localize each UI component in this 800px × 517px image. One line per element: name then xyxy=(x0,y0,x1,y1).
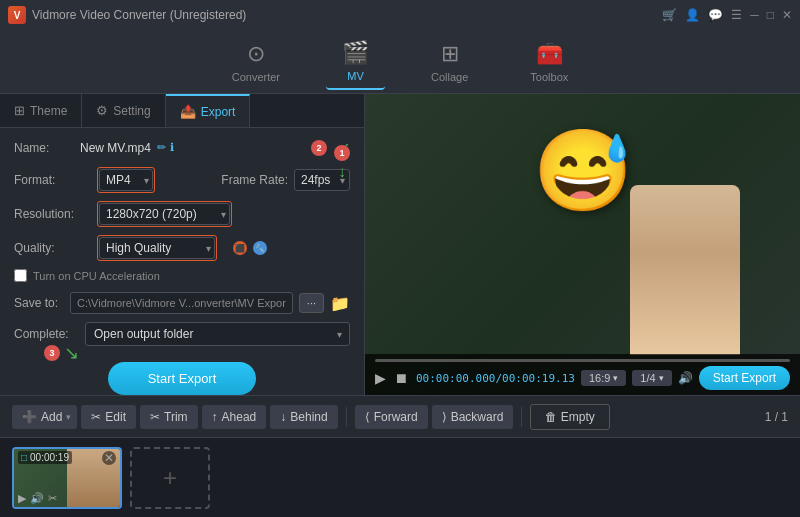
converter-icon: ⊙ xyxy=(247,41,265,67)
format-row: Format: MP4 MOV AVI Frame Rate: 24fps xyxy=(14,167,350,193)
nav-toolbox[interactable]: 🧰 Toolbox xyxy=(514,35,584,89)
add-icon: ➕ xyxy=(22,410,37,424)
add-clip-button[interactable]: + xyxy=(130,447,210,509)
trim-button[interactable]: ✂ Trim xyxy=(140,405,198,429)
clip-mute-icon[interactable]: 🔊 xyxy=(30,492,44,505)
timeline: □ 00:00:19 ▶ 🔊 ✂ ✕ + xyxy=(0,437,800,517)
time-display: 00:00:00.000/00:00:19.13 xyxy=(416,372,575,385)
folder-icon[interactable]: 📁 xyxy=(330,294,350,313)
trim-label: Trim xyxy=(164,410,188,424)
clip-count: 1 / 1 xyxy=(765,410,788,424)
name-label: Name: xyxy=(14,141,74,155)
collage-icon: ⊞ xyxy=(441,41,459,67)
video-controls: ▶ ⏹ 00:00:00.000/00:00:19.13 16:9 1/4 🔊 … xyxy=(365,354,800,395)
forward-button[interactable]: ⟨ Forward xyxy=(355,405,428,429)
clip-play-icon[interactable]: ▶ xyxy=(18,492,26,505)
resolution-select[interactable]: 1280x720 (720p) 1920x1080 (1080p) xyxy=(99,203,230,225)
panel-tabs: ⊞ Theme ⚙ Setting 📤 Export xyxy=(0,94,364,128)
progress-bar[interactable] xyxy=(375,359,790,362)
empty-button[interactable]: 🗑 Empty xyxy=(530,404,609,430)
trash-icon: 🗑 xyxy=(545,410,557,424)
forward-icon: ⟨ xyxy=(365,410,370,424)
tab-setting[interactable]: ⚙ Setting xyxy=(82,94,165,127)
save-label: Save to: xyxy=(14,296,64,310)
forward-label: Forward xyxy=(374,410,418,424)
total-time: 00:00:19.13 xyxy=(502,372,575,385)
behind-label: Behind xyxy=(290,410,327,424)
play-button[interactable]: ▶ xyxy=(375,370,386,386)
ahead-button[interactable]: ↑ Ahead xyxy=(202,405,267,429)
clip-count-button[interactable]: 1/4 xyxy=(632,370,671,386)
behind-button[interactable]: ↓ Behind xyxy=(270,405,337,429)
clip-close-button[interactable]: ✕ xyxy=(102,451,116,465)
quality-row: Quality: High Quality Standard Quality ⬛… xyxy=(14,235,350,261)
quality-badge-red: ⬛ xyxy=(233,241,247,255)
duration-value: 00:00:19 xyxy=(30,452,69,463)
nav-converter[interactable]: ⊙ Converter xyxy=(216,35,296,89)
maximize-icon[interactable]: □ xyxy=(767,8,774,22)
cpu-checkbox[interactable] xyxy=(14,269,27,282)
complete-wrapper: Open output folder xyxy=(85,322,350,346)
info-icon[interactable]: ℹ xyxy=(170,141,174,154)
close-icon[interactable]: ✕ xyxy=(782,8,792,22)
volume-icon[interactable]: 🔊 xyxy=(678,371,693,385)
annotation-3-group: 3 ↘ xyxy=(44,342,79,364)
theme-tab-label: Theme xyxy=(30,104,67,118)
save-path-input[interactable] xyxy=(70,292,293,314)
mv-label: MV xyxy=(347,70,364,82)
window-controls[interactable]: 🛒 👤 💬 ☰ ─ □ ✕ xyxy=(662,8,792,22)
add-button[interactable]: ➕ Add ▾ xyxy=(12,405,77,429)
complete-select[interactable]: Open output folder xyxy=(85,322,350,346)
playback-controls: ▶ ⏹ 00:00:00.000/00:00:19.13 xyxy=(375,370,575,386)
format-select[interactable]: MP4 MOV AVI xyxy=(99,169,153,191)
main-content: ⊞ Theme ⚙ Setting 📤 Export Name: New MV.… xyxy=(0,94,800,395)
browse-button[interactable]: ··· xyxy=(299,293,324,313)
start-export-button[interactable]: Start Export xyxy=(108,362,257,395)
timeline-clip-1[interactable]: □ 00:00:19 ▶ 🔊 ✂ ✕ xyxy=(12,447,122,509)
green-arrow-right: ↘ xyxy=(64,342,79,364)
clip-cut-icon[interactable]: ✂ xyxy=(48,492,57,505)
toolbar-separator-2 xyxy=(521,407,522,427)
quality-select[interactable]: High Quality Standard Quality xyxy=(99,237,215,259)
export-panel: Name: New MV.mp4 ✏ ℹ 2 ↙ Format: xyxy=(0,128,364,405)
tab-theme[interactable]: ⊞ Theme xyxy=(0,94,82,127)
framerate-label: Frame Rate: xyxy=(221,173,288,187)
format-label: Format: xyxy=(14,173,89,187)
add-label: Add xyxy=(41,410,62,424)
video-start-export-button[interactable]: Start Export xyxy=(699,366,790,390)
menu-icon[interactable]: ☰ xyxy=(731,8,742,22)
edit-name-icon[interactable]: ✏ xyxy=(157,141,166,154)
resolution-wrapper: 1280x720 (720p) 1920x1080 (1080p) xyxy=(97,201,232,227)
toolbox-icon: 🧰 xyxy=(536,41,563,67)
backward-icon: ⟩ xyxy=(442,410,447,424)
video-preview: 😅 ▶ ⏹ 00:00:00.000/00:00:19.13 xyxy=(365,94,800,395)
resolution-label: Resolution: xyxy=(14,207,89,221)
resolution-row: Resolution: 1280x720 (720p) 1920x1080 (1… xyxy=(14,201,350,227)
backward-label: Backward xyxy=(451,410,504,424)
minimize-icon[interactable]: ─ xyxy=(750,8,759,22)
green-arrow-down-1: ↓ xyxy=(338,163,346,181)
current-time: 00:00:00.000 xyxy=(416,372,495,385)
titlebar: V Vidmore Video Converter (Unregistered)… xyxy=(0,0,800,30)
name-actions: ✏ ℹ xyxy=(157,141,174,154)
export-tab-label: Export xyxy=(201,105,236,119)
nav-mv[interactable]: 🎬 MV xyxy=(326,34,385,90)
cart-icon[interactable]: 🛒 xyxy=(662,8,677,22)
backward-button[interactable]: ⟩ Backward xyxy=(432,405,514,429)
chat-icon[interactable]: 💬 xyxy=(708,8,723,22)
app-title: Vidmore Video Converter (Unregistered) xyxy=(32,8,246,22)
mv-icon: 🎬 xyxy=(342,40,369,66)
toolbar-separator-1 xyxy=(346,407,347,427)
add-arrow-icon: ▾ xyxy=(66,412,71,422)
edit-label: Edit xyxy=(105,410,126,424)
name-row: Name: New MV.mp4 ✏ ℹ 2 ↙ xyxy=(14,138,350,157)
user-icon[interactable]: 👤 xyxy=(685,8,700,22)
ahead-icon: ↑ xyxy=(212,410,218,424)
edit-button[interactable]: ✂ Edit xyxy=(81,405,136,429)
annotation-badge-2: 2 xyxy=(311,140,327,156)
aspect-ratio-button[interactable]: 16:9 xyxy=(581,370,626,386)
tab-export[interactable]: 📤 Export xyxy=(166,94,251,127)
nav-collage[interactable]: ⊞ Collage xyxy=(415,35,484,89)
cpu-label: Turn on CPU Acceleration xyxy=(33,270,160,282)
stop-button[interactable]: ⏹ xyxy=(394,370,408,386)
